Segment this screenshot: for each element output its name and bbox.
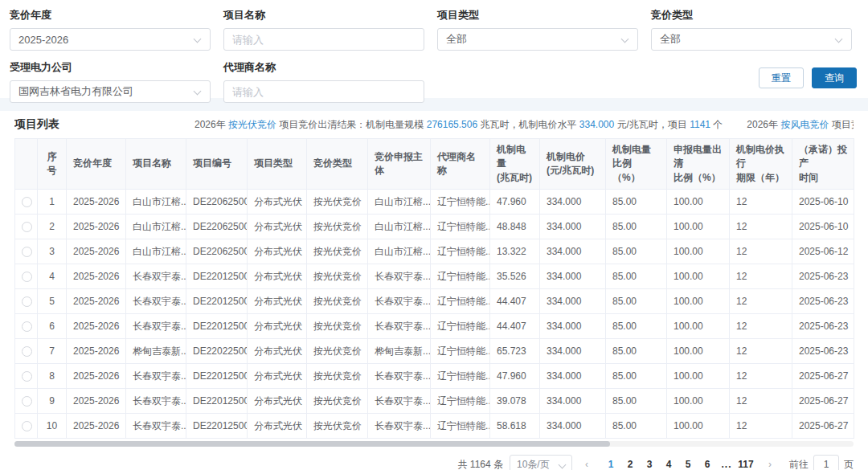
table-cell: 白山市江榕... [368, 190, 431, 215]
project-name-label: 项目名称 [223, 8, 424, 22]
power-company-select[interactable]: 国网吉林省电力有限公司 [10, 80, 211, 103]
table-cell: 10 [38, 414, 67, 439]
table-cell: 2025-2026 [67, 264, 126, 289]
agent-name-input-wrap [223, 80, 424, 103]
table-row[interactable]: 32025-2026白山市江榕...DE22062500...分布式光伏按光伏竞… [15, 239, 854, 264]
radio-cell[interactable] [15, 314, 38, 339]
table-cell: DE22012500... [186, 364, 248, 389]
bidding-year-label: 竞价年度 [10, 8, 211, 22]
bidding-year-select[interactable]: 2025-2026 [10, 28, 211, 51]
row-select-radio[interactable] [22, 272, 32, 282]
page-number-4[interactable]: 4 [659, 459, 678, 470]
table-row[interactable]: 12025-2026白山市江榕...DE22062500...分布式光伏按光伏竞… [15, 190, 854, 215]
project-type-select[interactable]: 全部 [437, 28, 638, 51]
radio-cell[interactable] [15, 389, 38, 414]
table-cell: 2025-06-10 [792, 215, 854, 239]
table-row[interactable]: 62025-2026长春双宇泰...DE22012500...分布式光伏按光伏竞… [15, 314, 854, 339]
table-cell: DE22062500... [186, 215, 248, 239]
agent-name-input[interactable] [232, 86, 404, 98]
table-cell: 按光伏竞价 [307, 239, 368, 264]
goto-page-input[interactable] [813, 455, 839, 470]
table-row[interactable]: 52025-2026长春双宇泰...DE22012500...分布式光伏按光伏竞… [15, 289, 854, 314]
radio-cell[interactable] [15, 215, 38, 239]
table-cell: 长春双宇泰... [368, 414, 431, 439]
table-cell: 2025-06-23 [792, 339, 854, 364]
table-cell: 分布式光伏 [248, 314, 307, 339]
radio-cell[interactable] [15, 414, 38, 439]
bidding-type-select[interactable]: 全部 [651, 28, 852, 51]
table-cell: 12 [730, 190, 792, 215]
project-type-label: 项目类型 [437, 8, 638, 22]
table-cell: 3 [38, 239, 67, 264]
row-select-radio[interactable] [22, 296, 32, 307]
table-cell: 长春双宇泰... [126, 414, 186, 439]
table-cell: 85.00 [606, 215, 667, 239]
bidding-year-value: 2025-2026 [18, 34, 68, 46]
table-row[interactable]: 22025-2026白山市江榕...DE22062500...分布式光伏按光伏竞… [15, 215, 854, 239]
radio-cell[interactable] [15, 364, 38, 389]
next-page-button[interactable]: › [762, 459, 778, 470]
radio-cell[interactable] [15, 289, 38, 314]
chevron-down-icon [194, 35, 202, 43]
table-row[interactable]: 102025-2026长春双宇泰...DE22012500...分布式光伏按光伏… [15, 414, 854, 439]
table-cell: 47.960 [490, 190, 540, 215]
prev-page-button[interactable]: ‹ [579, 459, 595, 470]
table-row[interactable]: 82025-2026长春双宇泰...DE22012500...分布式光伏按光伏竞… [15, 364, 854, 389]
summary-highlight[interactable]: 276165.506 [427, 119, 477, 130]
page-number-2[interactable]: 2 [620, 459, 640, 470]
radio-cell[interactable] [15, 339, 38, 364]
search-button[interactable]: 查询 [812, 67, 857, 88]
table-cell: DE22012500... [186, 314, 248, 339]
table-row[interactable]: 92025-2026长春双宇泰...DE22012500...分布式光伏按光伏竞… [15, 389, 854, 414]
table-row[interactable]: 42025-2026长春双宇泰...DE22012500...分布式光伏按光伏竞… [15, 264, 854, 289]
radio-cell[interactable] [15, 264, 38, 289]
bidding-type-label: 竞价类型 [651, 8, 852, 22]
project-type-value: 全部 [446, 32, 467, 47]
table-cell: 85.00 [606, 239, 667, 264]
horizontal-scrollbar[interactable] [14, 441, 854, 447]
table-cell: 按光伏竞价 [307, 414, 368, 439]
table-cell: 分布式光伏 [248, 215, 307, 239]
page-number-3[interactable]: 3 [640, 459, 659, 470]
column-header: 机制电量比例 （%） [606, 139, 667, 190]
page-number-117[interactable]: 117 [736, 459, 755, 470]
row-select-radio[interactable] [22, 222, 32, 232]
table-cell: 100.00 [667, 414, 730, 439]
page-size-select[interactable]: 10条/页 [510, 455, 572, 470]
scrollbar-thumb[interactable] [14, 441, 610, 447]
table-cell: 白山市江榕... [126, 239, 186, 264]
radio-cell[interactable] [15, 190, 38, 215]
summary-highlight[interactable]: 1141 [690, 119, 710, 130]
page-ellipsis[interactable]: ... [717, 459, 736, 470]
row-select-radio[interactable] [22, 197, 32, 207]
row-select-radio[interactable] [22, 247, 32, 257]
table-cell: 12 [730, 289, 792, 314]
table-cell: 2025-06-27 [792, 389, 854, 414]
table-cell: 100.00 [667, 289, 730, 314]
page-number-1[interactable]: 1 [601, 459, 620, 470]
page-unit-label: 页 [844, 458, 854, 470]
table-cell: 12 [730, 314, 792, 339]
table-cell: 分布式光伏 [248, 389, 307, 414]
row-select-radio[interactable] [22, 371, 32, 382]
summary-highlight[interactable]: 按光伏竞价 [228, 119, 276, 130]
page-number-6[interactable]: 6 [698, 459, 717, 470]
row-select-radio[interactable] [22, 396, 32, 407]
table-cell: 辽宁恒特能... [431, 239, 490, 264]
table-cell: 100.00 [667, 215, 730, 239]
radio-cell[interactable] [15, 239, 38, 264]
project-name-input[interactable] [232, 34, 404, 46]
summary-highlight[interactable]: 按风电竞价 [780, 119, 829, 130]
column-header: 机制电价执行 期限（年） [730, 139, 792, 190]
summary-text: 元/兆瓦时，项目 [614, 119, 690, 130]
table-row[interactable]: 72025-2026桦甸吉泰新...DE22022500...分布式光伏按光伏竞… [15, 339, 854, 364]
row-select-radio[interactable] [22, 321, 32, 332]
row-select-radio[interactable] [22, 421, 32, 431]
table-cell: 39.078 [490, 389, 540, 414]
table-cell: 100.00 [667, 190, 730, 215]
reset-button[interactable]: 重置 [759, 67, 804, 88]
page-number-5[interactable]: 5 [678, 459, 698, 470]
summary-highlight[interactable]: 334.000 [579, 119, 614, 130]
table-cell: 100.00 [667, 364, 730, 389]
row-select-radio[interactable] [22, 346, 32, 357]
